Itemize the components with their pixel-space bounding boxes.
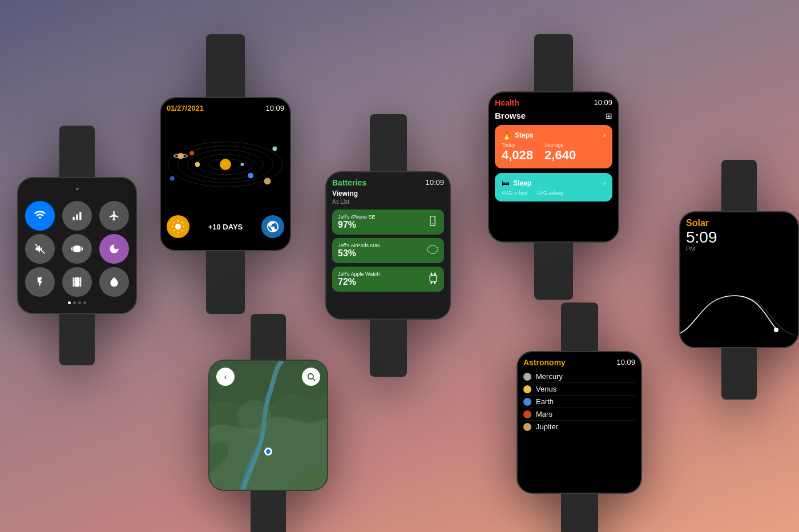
health-title: Health [495, 98, 519, 107]
screen-batteries: Batteries 10:09 Viewing As List Jeff's i… [326, 172, 450, 319]
health-sleep-card[interactable]: 🛏 Sleep › AVG in bed AVG asleep [495, 173, 612, 201]
steps-today-group: Today 4,028 [502, 142, 533, 163]
svg-line-33 [431, 282, 432, 284]
band-top-4 [534, 34, 573, 91]
health-steps-card[interactable]: 🔥 Steps › Today 4,028 Average 2,640 [495, 125, 612, 168]
watch-batteries: Batteries 10:09 Viewing As List Jeff's i… [325, 114, 451, 377]
solar-map [167, 116, 284, 213]
svg-rect-30 [430, 275, 437, 282]
battery-item-watch-info: Jeff's Apple Watch 72% [338, 271, 380, 287]
cc-silent-btn[interactable] [25, 234, 55, 264]
cc-water-btn[interactable] [99, 267, 129, 297]
sleep-labels-row: AVG in bed AVG asleep [502, 190, 606, 196]
cc-theater-btn[interactable] [62, 267, 92, 297]
watch-crown-4 [618, 144, 619, 162]
earth-dot [523, 398, 531, 406]
cc-dnd-btn[interactable] [99, 234, 129, 264]
watch-health: Health 10:09 Browse ⊞ 🔥 Steps › To [488, 34, 619, 300]
watch-body-2: 01/27/2021 10:09 [160, 97, 291, 251]
svg-point-11 [195, 162, 200, 167]
steps-avg-val: 2,640 [544, 148, 576, 163]
watch-crown-6 [641, 401, 642, 418]
iphone-pct: 97% [338, 220, 376, 230]
watch-crown-1 [136, 225, 137, 243]
svg-line-40 [313, 378, 315, 381]
health-grid-icon[interactable]: ⊞ [606, 111, 612, 120]
watch-icon [428, 272, 438, 286]
health-time: 10:09 [594, 98, 612, 107]
steps-values: Today 4,028 Average 2,640 [502, 142, 606, 163]
svg-point-12 [248, 172, 253, 178]
svg-rect-1 [76, 214, 78, 220]
screen-health: Health 10:09 Browse ⊞ 🔥 Steps › To [489, 92, 618, 241]
sleep-avg-bed-label: AVG in bed [502, 190, 527, 196]
band-top-1 [59, 126, 95, 177]
cc-cellular-btn[interactable] [62, 201, 92, 231]
battery-item-airpods: Jeff's AirPods Max 53% [332, 238, 444, 263]
watch-body-1: ˅ [17, 177, 137, 314]
solar-header: 01/27/2021 10:09 [167, 104, 284, 112]
map-back-button[interactable]: ‹ [216, 368, 235, 386]
watch-solar-partial: Solar 5:09 PM [679, 160, 799, 400]
screen-solar-watch: Solar 5:09 PM [680, 212, 798, 347]
astronomy-title: Astronomy [523, 358, 566, 367]
svg-point-16 [177, 152, 184, 159]
steps-avg-label: Average [544, 142, 576, 148]
svg-point-17 [272, 146, 277, 151]
steps-card-header: 🔥 Steps › [502, 131, 606, 140]
astronomy-time: 10:09 [616, 358, 635, 367]
band-bottom-1 [59, 314, 95, 365]
health-header: Health 10:09 [495, 98, 612, 107]
solar-watch-title: Solar [686, 218, 792, 228]
svg-line-27 [181, 222, 182, 223]
svg-line-26 [173, 230, 174, 231]
astro-mercury: Mercury [523, 370, 635, 383]
solar-time: 10:09 [265, 104, 284, 112]
steps-flame-icon: 🔥 [502, 131, 511, 140]
sleep-avg-asleep-label: AVG asleep [536, 190, 563, 196]
watch-astronomy: Astronomy 10:09 Mercury Venus Earth Mars [516, 303, 642, 532]
svg-line-32 [435, 273, 435, 275]
mercury-dot [523, 373, 531, 381]
steps-avg-group: Average 2,640 [544, 142, 576, 163]
map-search-button[interactable] [302, 368, 320, 386]
cc-dot-2 [73, 301, 76, 304]
cc-flashlight-btn[interactable] [25, 267, 55, 297]
watch-body-4: Health 10:09 Browse ⊞ 🔥 Steps › To [488, 91, 619, 243]
svg-line-34 [435, 282, 435, 284]
cc-airplane-btn[interactable] [99, 201, 129, 231]
cc-dot-3 [78, 301, 81, 304]
screen-astronomy: Astronomy 10:09 Mercury Venus Earth Mars [518, 352, 641, 493]
battery-item-airpods-info: Jeff's AirPods Max 53% [338, 243, 380, 259]
solar-curve-svg [680, 290, 794, 336]
band-bottom-3 [370, 320, 407, 377]
screen-solar: 01/27/2021 10:09 [161, 98, 290, 250]
jupiter-dot [523, 423, 531, 431]
airpods-pct: 53% [338, 248, 380, 259]
batteries-viewing-sub: As List [332, 199, 444, 205]
svg-point-14 [264, 178, 271, 184]
watch-name: Jeff's Apple Watch [338, 271, 380, 277]
health-browse-row: Browse ⊞ [495, 111, 612, 120]
svg-point-9 [220, 159, 231, 170]
svg-line-31 [431, 273, 432, 275]
svg-point-13 [189, 151, 194, 155]
cc-wifi-btn[interactable] [25, 201, 55, 231]
sleep-card-header: 🛏 Sleep › [502, 179, 606, 188]
band-top-2 [206, 34, 245, 97]
sleep-label: Sleep [513, 179, 531, 187]
svg-rect-28 [430, 216, 435, 226]
band-top-6 [561, 303, 598, 351]
band-bottom-7 [721, 348, 757, 400]
watch-crown-3 [450, 224, 451, 241]
astro-jupiter: Jupiter [523, 421, 635, 433]
svg-rect-0 [72, 216, 74, 220]
watch-body-5: ‹ [208, 360, 328, 491]
map-location-dot [264, 448, 272, 456]
cc-vibrate-btn[interactable] [62, 234, 92, 264]
watch-btn-1 [136, 259, 137, 269]
astro-mars: Mars [523, 408, 635, 421]
solar-footer: +10 DAYS [167, 215, 284, 238]
sleep-label-row: 🛏 Sleep [502, 179, 531, 188]
watch-body-7: Solar 5:09 PM [679, 211, 799, 348]
